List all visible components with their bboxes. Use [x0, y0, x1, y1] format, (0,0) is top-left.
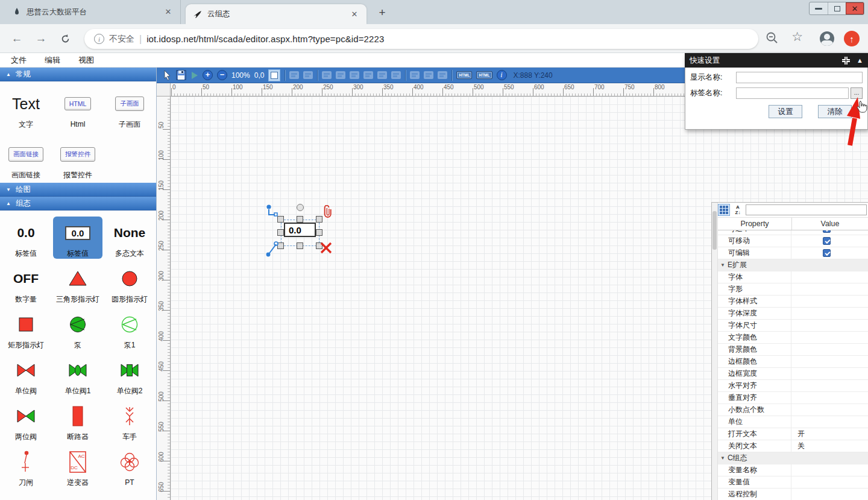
palette-item-报警控件[interactable]: 报警控件 报警控件	[53, 138, 102, 180]
scrollbar-thumb[interactable]	[712, 211, 717, 250]
window-minimize-button[interactable]	[810, 2, 828, 14]
delete-x-icon[interactable]	[319, 241, 333, 255]
property-row-可选中[interactable]: 可选中	[718, 230, 868, 235]
zoom-indicator-icon[interactable]	[766, 31, 779, 47]
categorize-icon[interactable]	[718, 204, 730, 216]
zoom-in-icon[interactable]: +	[203, 70, 213, 80]
checkbox-checked-icon[interactable]	[823, 237, 831, 245]
palette-item-矩形指示灯[interactable]: 矩形指示灯	[1, 308, 51, 350]
tab-siplink-platform[interactable]: 思普云大数据平台 ✕	[5, 0, 181, 24]
palette-item-子画面[interactable]: 子画面 子画面	[105, 87, 154, 130]
collapse-panel-icon[interactable]: ▲	[857, 57, 863, 64]
window-close-button[interactable]: ✕	[846, 2, 864, 14]
palette-item-泵[interactable]: 泵	[53, 308, 102, 350]
property-row-边框颜色[interactable]: 边框颜色	[718, 356, 868, 368]
checkbox-checked-icon[interactable]	[823, 249, 831, 257]
palette-item-三角形指示灯[interactable]: 三角形指示灯	[53, 262, 102, 305]
property-row-垂直对齐[interactable]: 垂直对齐	[718, 392, 868, 404]
group-icon[interactable]	[289, 71, 299, 79]
property-row-字体[interactable]: 字体	[718, 271, 868, 283]
property-category-C组态[interactable]: ▼C组态	[718, 452, 868, 464]
property-row-变量值[interactable]: 变量值	[718, 476, 868, 489]
menu-edit[interactable]: 编辑	[45, 55, 60, 66]
align-top-icon[interactable]	[363, 71, 373, 79]
window-restore-button[interactable]	[828, 2, 846, 14]
property-row-单位[interactable]: 单位	[718, 416, 868, 428]
property-row-字形[interactable]: 字形	[718, 283, 868, 296]
reload-button[interactable]	[57, 30, 74, 47]
attach-icon[interactable]	[321, 205, 333, 220]
run-icon[interactable]	[190, 71, 198, 80]
align-left-icon[interactable]	[322, 71, 332, 79]
forward-button[interactable]: →	[33, 30, 49, 47]
selected-widget[interactable]: 0.0	[265, 203, 338, 261]
palette-item-逆变器[interactable]: ACDC 逆变器	[53, 446, 102, 488]
palette-item-单位阀2[interactable]: 单位阀2	[105, 354, 154, 396]
apply-button[interactable]: 设置	[769, 105, 802, 118]
property-row-字体尺寸[interactable]: 字体尺寸	[718, 320, 868, 332]
property-row-关闭文本[interactable]: 关闭文本关	[718, 440, 868, 452]
resize-handle-s[interactable]	[297, 242, 303, 249]
property-category-E扩展[interactable]: ▼E扩展	[718, 259, 868, 271]
page-info-icon[interactable]: i	[94, 34, 104, 44]
label-value-widget[interactable]: 0.0	[284, 223, 316, 237]
dock-icon[interactable]	[841, 56, 851, 65]
rotate-handle[interactable]	[297, 204, 304, 211]
tab-close-icon[interactable]: ✕	[350, 10, 359, 19]
section-header-scada[interactable]: ▲ 组态	[0, 197, 156, 210]
html-source-icon[interactable]: HTML	[476, 71, 492, 79]
palette-item-画面链接[interactable]: 画面链接 画面链接	[1, 138, 51, 180]
section-header-draw[interactable]: ▼ 绘图	[0, 183, 156, 197]
canvas-grid-tool-icon[interactable]	[268, 69, 280, 81]
html-edit-icon[interactable]: HTML	[456, 71, 472, 79]
address-bar[interactable]: i 不安全 | iot.idosp.net/html/scada/editor.…	[84, 29, 758, 49]
bookmark-star-icon[interactable]: ☆	[791, 30, 803, 44]
checkbox-checked-icon[interactable]	[823, 230, 831, 233]
property-row-变量名称[interactable]: 变量名称	[718, 464, 868, 476]
palette-item-多态文本[interactable]: None 多态文本	[105, 217, 154, 259]
new-tab-button[interactable]: +	[375, 6, 389, 21]
property-row-字体深度[interactable]: 字体深度	[718, 308, 868, 320]
resize-handle-w[interactable]	[277, 229, 284, 236]
resize-handle-e[interactable]	[316, 229, 322, 236]
property-column-header[interactable]: Property	[718, 220, 791, 228]
clear-button[interactable]: 清除	[818, 105, 852, 118]
tab-close-icon[interactable]: ✕	[163, 7, 173, 17]
palette-item-单位阀1[interactable]: 单位阀1	[53, 354, 102, 396]
same-size-icon[interactable]	[424, 71, 433, 79]
align-bottom-icon[interactable]	[391, 71, 401, 79]
connector-bottom-icon[interactable]	[266, 241, 279, 257]
resize-handle-n[interactable]	[297, 216, 303, 223]
property-row-字体样式[interactable]: 字体样式	[718, 296, 868, 308]
quick-settings-header[interactable]: 快速设置 ▲	[685, 53, 868, 68]
connector-top-icon[interactable]	[266, 204, 279, 218]
distribute-h-icon[interactable]	[410, 71, 420, 79]
select-tool-icon[interactable]	[162, 70, 172, 81]
align-middle-icon[interactable]	[377, 71, 387, 79]
property-filter-input[interactable]	[746, 204, 867, 215]
palette-item-断路器[interactable]: 断路器	[53, 400, 102, 442]
property-row-背景颜色[interactable]: 背景颜色	[718, 344, 868, 356]
palette-item-单位阀[interactable]: 单位阀	[1, 354, 51, 396]
palette-item-标签值[interactable]: 0.0 标签值	[53, 217, 102, 259]
menu-view[interactable]: 视图	[78, 55, 94, 66]
property-scrollbar[interactable]	[712, 203, 718, 500]
tag-browse-button[interactable]: ...	[851, 87, 863, 99]
property-row-远程控制[interactable]: 远程控制	[718, 489, 868, 500]
sort-az-icon[interactable]: AZ↓	[732, 204, 744, 216]
palette-item-两位阀[interactable]: 两位阀	[1, 400, 51, 442]
palette-item-标签值[interactable]: 0.0 标签值	[1, 217, 51, 259]
menu-file[interactable]: 文件	[11, 55, 27, 66]
display-name-input[interactable]	[736, 72, 863, 83]
tag-name-input[interactable]	[736, 87, 849, 99]
profile-avatar[interactable]	[820, 31, 834, 46]
palette-item-圆形指示灯[interactable]: 圆形指示灯	[105, 262, 154, 305]
palette-item-泵1[interactable]: 泵1	[105, 308, 154, 350]
property-row-小数点个数[interactable]: 小数点个数	[718, 404, 868, 416]
save-icon[interactable]	[176, 70, 186, 80]
distribute-v-icon[interactable]	[438, 71, 447, 79]
property-row-可移动[interactable]: 可移动	[718, 235, 868, 247]
palette-item-Html[interactable]: HTML Html	[53, 87, 102, 130]
property-row-边框宽度[interactable]: 边框宽度	[718, 368, 868, 380]
palette-item-PT[interactable]: PT	[105, 446, 154, 488]
